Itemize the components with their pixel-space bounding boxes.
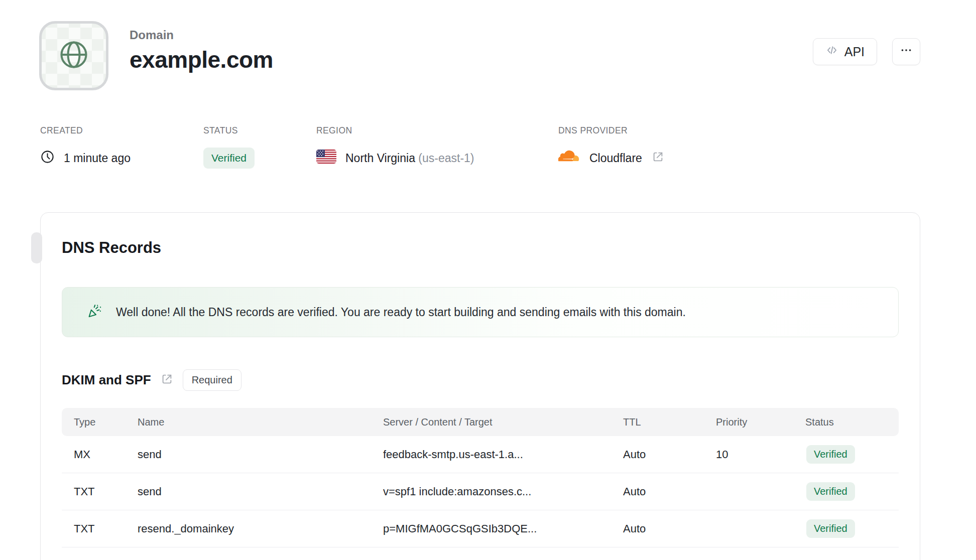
record-ttl: Auto — [623, 448, 716, 461]
table-row[interactable]: TXT resend._domainkey p=MIGfMA0GCSqGSIb3… — [62, 510, 899, 547]
region-code: (us-east-1) — [418, 152, 474, 165]
party-popper-icon — [87, 303, 103, 322]
meta-dns-provider: DNS PROVIDER Cloudflare — [558, 125, 665, 168]
record-status-badge: Verified — [806, 519, 855, 538]
col-priority: Priority — [716, 416, 805, 428]
us-flag-icon — [316, 150, 336, 167]
domain-meta: CREATED 1 minute ago STATUS Verified REG… — [40, 125, 665, 168]
dns-records-title: DNS Records — [62, 239, 899, 257]
domain-page: Domain example.com API CREATED — [0, 0, 976, 560]
dns-records-card: DNS Records Well done! All the DNS recor… — [40, 212, 920, 560]
created-label: CREATED — [40, 125, 203, 136]
record-priority: 10 — [716, 448, 805, 461]
col-type: Type — [74, 416, 138, 428]
record-ttl: Auto — [623, 522, 716, 535]
meta-region: REGION — [316, 125, 558, 168]
region-label: REGION — [316, 125, 558, 136]
domain-avatar — [39, 21, 108, 90]
ellipsis-icon — [900, 44, 913, 60]
col-status: Status — [805, 416, 899, 428]
dns-provider-label: DNS PROVIDER — [558, 125, 665, 136]
table-row[interactable]: MX send feedback-smtp.us-east-1.a... Aut… — [62, 436, 899, 473]
record-name: send — [138, 448, 383, 461]
success-banner-text: Well done! All the DNS records are verif… — [116, 306, 686, 319]
record-content: v=spf1 include:amazonses.c... — [383, 485, 623, 498]
record-name: send — [138, 485, 383, 498]
dkim-spf-title: DKIM and SPF — [62, 372, 151, 388]
globe-icon — [58, 39, 90, 73]
dkim-spf-section: DKIM and SPF Required — [62, 369, 899, 391]
page-title: example.com — [130, 46, 273, 73]
status-label: STATUS — [203, 125, 316, 136]
table-header-row: Type Name Server / Content / Target TTL … — [62, 408, 899, 436]
success-banner: Well done! All the DNS records are verif… — [62, 287, 899, 337]
record-content: feedback-smtp.us-east-1.a... — [383, 448, 623, 461]
page-eyebrow: Domain — [130, 28, 273, 42]
record-type: TXT — [74, 485, 138, 498]
col-ttl: TTL — [623, 416, 716, 428]
card-accent-bar — [31, 232, 42, 263]
record-status-badge: Verified — [806, 445, 855, 464]
required-badge: Required — [183, 369, 241, 391]
meta-created: CREATED 1 minute ago — [40, 125, 203, 168]
table-row[interactable]: TXT send v=spf1 include:amazonses.c... A… — [62, 473, 899, 510]
record-ttl: Auto — [623, 485, 716, 498]
record-status-badge: Verified — [806, 482, 855, 501]
code-icon — [825, 44, 838, 60]
record-type: TXT — [74, 522, 138, 535]
record-type: MX — [74, 448, 138, 461]
more-options-button[interactable] — [892, 38, 920, 65]
dns-records-table: Type Name Server / Content / Target TTL … — [62, 408, 899, 547]
external-link-icon[interactable] — [651, 150, 665, 167]
header-actions: API — [813, 38, 920, 65]
api-button-label: API — [844, 45, 865, 59]
col-content: Server / Content / Target — [383, 416, 623, 428]
record-name: resend._domainkey — [138, 522, 383, 535]
status-badge: Verified — [203, 148, 255, 169]
api-button[interactable]: API — [813, 38, 877, 65]
meta-status: STATUS Verified — [203, 125, 316, 168]
clock-icon — [40, 150, 55, 167]
created-value: 1 minute ago — [64, 152, 131, 165]
record-content: p=MIGfMA0GCSqGSIb3DQE... — [383, 522, 623, 535]
external-link-icon[interactable] — [160, 372, 174, 388]
cloudflare-icon — [558, 149, 580, 167]
title-block: Domain example.com — [130, 28, 273, 73]
region-name: North Virginia — [345, 152, 415, 165]
dns-provider-value: Cloudflare — [589, 152, 642, 165]
col-name: Name — [138, 416, 383, 428]
